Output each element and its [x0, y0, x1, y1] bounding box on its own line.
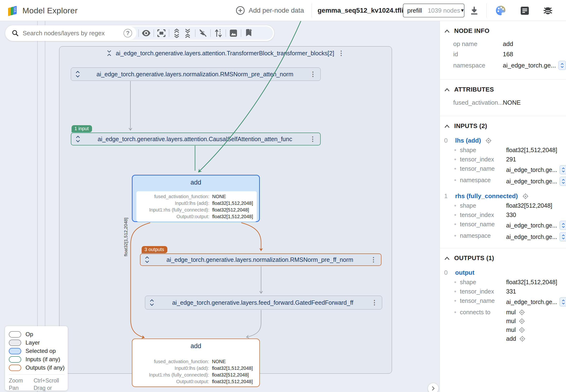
- node-menu-kebab-icon[interactable]: ⋮: [309, 136, 316, 142]
- legend-swatch-op: [9, 331, 21, 338]
- report-bug-button[interactable]: [542, 4, 554, 17]
- bullet-icon: •: [454, 297, 460, 304]
- bookmark-button[interactable]: [243, 28, 254, 39]
- expand-text-button[interactable]: [560, 232, 566, 241]
- expand-layer-icon[interactable]: [75, 70, 80, 78]
- expand-layer-icon[interactable]: [150, 299, 154, 306]
- expand-layer-icon[interactable]: [145, 256, 150, 263]
- header-divider: [486, 3, 487, 18]
- attribute-row: fused_activation... NONE: [453, 99, 561, 106]
- node-rmsnorm-pre-atten-norm[interactable]: ai_edge_torch.generative.layers.normaliz…: [71, 68, 321, 81]
- expand-text-button[interactable]: [560, 165, 566, 174]
- section-header[interactable]: OUTPUTS (1): [444, 254, 561, 262]
- op-row-value: NONE: [212, 358, 253, 365]
- outputs-count-badge: 3 outputs: [142, 246, 167, 253]
- io-detail-value: ai_edge_torch.ge...: [506, 167, 557, 173]
- info-row: namespace ai_edge_torch.ge...: [453, 61, 561, 70]
- swap-vertical-icon: [214, 28, 222, 38]
- node-menu-kebab-icon[interactable]: ⋮: [310, 71, 316, 78]
- collapse-layer-icon[interactable]: [107, 50, 112, 57]
- locate-node-icon[interactable]: [522, 193, 529, 200]
- collapse-all-layers-button[interactable]: [182, 28, 193, 39]
- connected-node: mul: [506, 326, 561, 333]
- op-title: add: [133, 179, 259, 186]
- layer-menu-kebab-icon[interactable]: ⋮: [338, 50, 345, 56]
- expand-all-layers-button[interactable]: [171, 28, 182, 39]
- connected-node-name: add: [506, 335, 516, 342]
- toolbar-divider: [210, 29, 211, 37]
- locate-node-icon[interactable]: [519, 327, 525, 333]
- theme-button[interactable]: [495, 4, 507, 17]
- add-per-node-data-button[interactable]: Add per-node data: [235, 0, 304, 21]
- legend-item-op: Op: [9, 331, 64, 338]
- info-value: ai_edge_torch.ge...: [503, 62, 556, 69]
- bug-icon: [542, 5, 553, 16]
- info-value: 168: [503, 51, 561, 58]
- locate-node-icon[interactable]: [519, 318, 525, 324]
- model-explorer-app: Model Explorer Add per-node data gemma_s…: [0, 0, 566, 392]
- bullet-icon: •: [454, 202, 460, 209]
- expand-layer-icon[interactable]: [76, 135, 80, 143]
- op-row-key: Output0:output:: [140, 213, 209, 220]
- section-title: INPUTS (2): [454, 122, 487, 130]
- connected-node-name: mul: [506, 309, 516, 316]
- node-add-output[interactable]: add fused_activation_function:NONE Input…: [132, 339, 260, 387]
- expand-text-button[interactable]: [560, 177, 566, 186]
- node-menu-kebab-icon[interactable]: ⋮: [370, 257, 377, 263]
- fit-to-screen-button[interactable]: [156, 28, 167, 39]
- expand-panel-button[interactable]: [428, 383, 439, 392]
- output-item-header: 0 output: [444, 269, 561, 276]
- node-rmsnorm-pre-ff-norm[interactable]: ai_edge_torch.generative.layers.normaliz…: [140, 253, 381, 266]
- connected-node-name: mul: [506, 318, 516, 324]
- legend-label: Op: [26, 331, 33, 338]
- trace-inputs-outputs-button[interactable]: [213, 28, 224, 39]
- expand-text-button[interactable]: [560, 297, 566, 306]
- node-add-selected[interactable]: add fused_activation_function:NONE Input…: [132, 175, 260, 222]
- connected-node-name: mul: [506, 326, 516, 333]
- section-header[interactable]: NODE INFO: [444, 27, 561, 35]
- export-image-button[interactable]: [228, 28, 239, 39]
- op-row-value: float32[1,512,2048]: [212, 213, 253, 220]
- io-name-link[interactable]: lhs (add): [455, 137, 481, 144]
- layer-transformer-block-header[interactable]: ai_edge_torch.generative.layers.attentio…: [62, 48, 389, 58]
- visibility-button[interactable]: [141, 28, 152, 39]
- expand-text-button[interactable]: [560, 221, 566, 230]
- download-button[interactable]: [469, 5, 480, 16]
- io-detail-row: • tensor_index 331: [454, 288, 561, 295]
- io-name-link[interactable]: output: [455, 269, 474, 276]
- io-index: 0: [444, 269, 451, 276]
- io-detail-value: ai_edge_torch.ge...: [506, 233, 557, 240]
- graph-legend: Op Layer Selected op Inputs (if any) Out…: [5, 326, 68, 391]
- locate-node-icon[interactable]: [519, 336, 526, 342]
- help-icon[interactable]: ?: [124, 29, 132, 37]
- section-header[interactable]: ATTRIBUTES: [444, 86, 561, 93]
- op-title: add: [132, 342, 259, 350]
- app-title: Model Explorer: [22, 0, 78, 21]
- search-input[interactable]: [23, 29, 124, 37]
- io-detail-value: ai_edge_torch.ge...: [506, 178, 557, 185]
- io-name-link[interactable]: rhs (fully_connected): [455, 192, 518, 200]
- expand-text-button[interactable]: [558, 61, 566, 70]
- io-detail-row: • namespace ai_edge_torch.ge...: [454, 232, 561, 241]
- section-outputs: OUTPUTS (1) 0 output • shape float32[1,5…: [440, 248, 566, 351]
- legend-item-selected-op: Selected op: [9, 348, 64, 354]
- plus-circle-icon: [235, 6, 245, 15]
- hint-gesture: Ctrl+Scroll: [34, 378, 64, 384]
- node-menu-kebab-icon[interactable]: ⋮: [371, 299, 378, 306]
- op-attribute-rows: fused_activation_function:NONE Input0:lh…: [136, 356, 257, 387]
- io-detail-label: tensor_name: [460, 165, 506, 172]
- node-causal-self-attention[interactable]: ai_edge_torch.generative.layers.attentio…: [71, 133, 321, 145]
- io-detail-value: ai_edge_torch.ge...: [506, 222, 557, 229]
- section-title: NODE INFO: [454, 27, 489, 35]
- node-gated-feed-forward[interactable]: ai_edge_torch.generative.layers.feed_for…: [145, 296, 382, 309]
- node-title: ai_edge_torch.generative.layers.normaliz…: [83, 71, 306, 78]
- graph-selector-dropdown[interactable]: prefill 1039 nodes ▼: [403, 4, 464, 17]
- locate-node-icon[interactable]: [519, 309, 525, 316]
- flatten-layers-button[interactable]: [197, 28, 208, 39]
- docs-button[interactable]: [519, 5, 531, 17]
- io-detail-value: 291: [506, 156, 561, 163]
- locate-node-icon[interactable]: [485, 137, 492, 144]
- search-box[interactable]: ?: [6, 27, 136, 40]
- section-header[interactable]: INPUTS (2): [444, 122, 561, 130]
- io-detail-label: shape: [460, 279, 506, 286]
